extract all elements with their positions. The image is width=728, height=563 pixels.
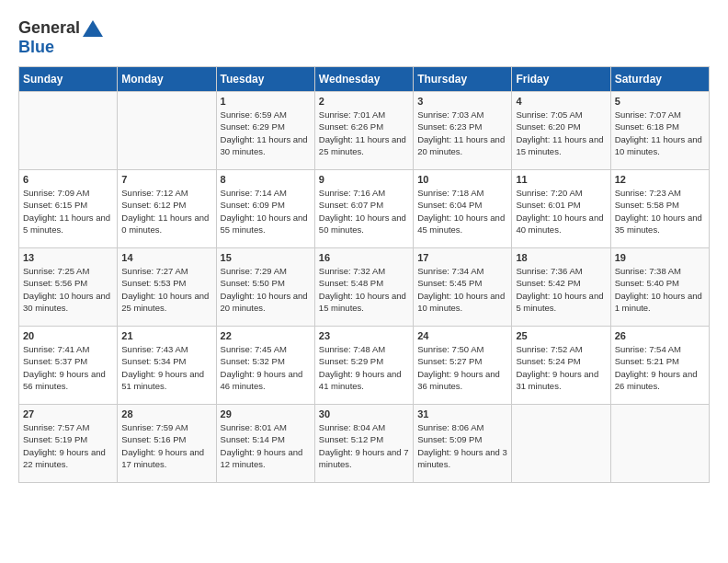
calendar-day-cell: 21Sunrise: 7:43 AM Sunset: 5:34 PM Dayli… — [118, 327, 216, 405]
calendar-day-cell: 18Sunrise: 7:36 AM Sunset: 5:42 PM Dayli… — [512, 248, 610, 327]
calendar-week-row: 20Sunrise: 7:41 AM Sunset: 5:37 PM Dayli… — [19, 327, 710, 405]
calendar-day-cell: 19Sunrise: 7:38 AM Sunset: 5:40 PM Dayli… — [610, 248, 709, 327]
calendar-day-header: Friday — [512, 67, 610, 92]
day-detail: Sunrise: 7:52 AM Sunset: 5:24 PM Dayligh… — [516, 343, 606, 392]
day-detail: Sunrise: 7:05 AM Sunset: 6:20 PM Dayligh… — [516, 109, 606, 157]
calendar-week-row: 6Sunrise: 7:09 AM Sunset: 6:15 PM Daylig… — [19, 170, 710, 248]
day-number: 16 — [319, 252, 409, 263]
day-detail: Sunrise: 7:09 AM Sunset: 6:15 PM Dayligh… — [23, 187, 113, 236]
day-detail: Sunrise: 8:04 AM Sunset: 5:12 PM Dayligh… — [319, 421, 409, 470]
day-number: 9 — [319, 174, 409, 185]
day-detail: Sunrise: 7:57 AM Sunset: 5:19 PM Dayligh… — [23, 421, 113, 470]
day-number: 10 — [417, 174, 507, 185]
day-number: 13 — [23, 252, 113, 263]
day-number: 27 — [23, 408, 113, 419]
day-number: 28 — [121, 408, 211, 419]
day-detail: Sunrise: 7:23 AM Sunset: 5:58 PM Dayligh… — [615, 187, 705, 236]
day-detail: Sunrise: 7:36 AM Sunset: 5:42 PM Dayligh… — [516, 265, 606, 314]
day-number: 24 — [417, 330, 507, 341]
calendar-day-cell: 28Sunrise: 7:59 AM Sunset: 5:16 PM Dayli… — [118, 405, 216, 483]
svg-marker-0 — [83, 20, 103, 37]
calendar-day-cell: 20Sunrise: 7:41 AM Sunset: 5:37 PM Dayli… — [19, 327, 118, 405]
calendar-day-cell: 15Sunrise: 7:29 AM Sunset: 5:50 PM Dayli… — [216, 248, 314, 327]
calendar-day-cell: 3Sunrise: 7:03 AM Sunset: 6:23 PM Daylig… — [414, 92, 512, 170]
day-detail: Sunrise: 7:54 AM Sunset: 5:21 PM Dayligh… — [615, 343, 705, 392]
day-detail: Sunrise: 7:01 AM Sunset: 6:26 PM Dayligh… — [319, 109, 409, 157]
day-number: 29 — [221, 408, 311, 419]
day-number: 12 — [615, 174, 705, 185]
day-number: 4 — [516, 96, 606, 107]
day-number: 8 — [221, 174, 311, 185]
day-number: 1 — [221, 96, 311, 107]
day-detail: Sunrise: 7:50 AM Sunset: 5:27 PM Dayligh… — [417, 343, 507, 392]
calendar-week-row: 1Sunrise: 6:59 AM Sunset: 6:29 PM Daylig… — [19, 92, 710, 170]
calendar-day-cell: 5Sunrise: 7:07 AM Sunset: 6:18 PM Daylig… — [610, 92, 709, 170]
calendar-week-row: 27Sunrise: 7:57 AM Sunset: 5:19 PM Dayli… — [19, 405, 710, 483]
day-detail: Sunrise: 7:12 AM Sunset: 6:12 PM Dayligh… — [121, 187, 211, 236]
day-number: 3 — [417, 96, 507, 107]
logo-general-text: General — [18, 18, 80, 38]
day-detail: Sunrise: 7:03 AM Sunset: 6:23 PM Dayligh… — [417, 109, 507, 157]
day-detail: Sunrise: 7:34 AM Sunset: 5:45 PM Dayligh… — [417, 265, 507, 314]
calendar-day-cell: 24Sunrise: 7:50 AM Sunset: 5:27 PM Dayli… — [414, 327, 512, 405]
day-detail: Sunrise: 7:29 AM Sunset: 5:50 PM Dayligh… — [221, 265, 311, 314]
calendar-day-cell — [512, 405, 610, 483]
calendar-day-cell: 14Sunrise: 7:27 AM Sunset: 5:53 PM Dayli… — [118, 248, 216, 327]
calendar-day-cell: 12Sunrise: 7:23 AM Sunset: 5:58 PM Dayli… — [610, 170, 709, 248]
day-number: 23 — [319, 330, 409, 341]
day-number: 26 — [615, 330, 705, 341]
day-detail: Sunrise: 7:25 AM Sunset: 5:56 PM Dayligh… — [23, 265, 113, 314]
calendar-day-cell: 23Sunrise: 7:48 AM Sunset: 5:29 PM Dayli… — [314, 327, 413, 405]
calendar-day-cell: 31Sunrise: 8:06 AM Sunset: 5:09 PM Dayli… — [414, 405, 512, 483]
day-number: 22 — [221, 330, 311, 341]
day-number: 31 — [417, 408, 507, 419]
day-detail: Sunrise: 7:16 AM Sunset: 6:07 PM Dayligh… — [319, 187, 409, 236]
calendar-day-cell: 8Sunrise: 7:14 AM Sunset: 6:09 PM Daylig… — [216, 170, 314, 248]
day-number: 18 — [516, 252, 606, 263]
calendar-day-cell: 13Sunrise: 7:25 AM Sunset: 5:56 PM Dayli… — [19, 248, 118, 327]
calendar-day-cell: 9Sunrise: 7:16 AM Sunset: 6:07 PM Daylig… — [314, 170, 413, 248]
calendar-week-row: 13Sunrise: 7:25 AM Sunset: 5:56 PM Dayli… — [19, 248, 710, 327]
day-detail: Sunrise: 7:27 AM Sunset: 5:53 PM Dayligh… — [121, 265, 211, 314]
day-number: 30 — [319, 408, 409, 419]
calendar-day-cell: 22Sunrise: 7:45 AM Sunset: 5:32 PM Dayli… — [216, 327, 314, 405]
day-number: 17 — [417, 252, 507, 263]
day-detail: Sunrise: 7:41 AM Sunset: 5:37 PM Dayligh… — [23, 343, 113, 392]
calendar-day-header: Monday — [118, 67, 216, 92]
calendar-day-cell — [19, 92, 118, 170]
day-detail: Sunrise: 7:32 AM Sunset: 5:48 PM Dayligh… — [319, 265, 409, 314]
calendar-day-cell — [118, 92, 216, 170]
calendar-table: SundayMondayTuesdayWednesdayThursdayFrid… — [18, 66, 710, 483]
day-detail: Sunrise: 7:59 AM Sunset: 5:16 PM Dayligh… — [121, 421, 211, 470]
day-detail: Sunrise: 7:14 AM Sunset: 6:09 PM Dayligh… — [221, 187, 311, 236]
day-number: 6 — [23, 174, 113, 185]
logo: General Blue — [18, 18, 103, 57]
calendar-day-cell: 26Sunrise: 7:54 AM Sunset: 5:21 PM Dayli… — [610, 327, 709, 405]
calendar-day-header: Tuesday — [216, 67, 314, 92]
day-number: 2 — [319, 96, 409, 107]
day-number: 5 — [615, 96, 705, 107]
calendar-day-cell: 17Sunrise: 7:34 AM Sunset: 5:45 PM Dayli… — [414, 248, 512, 327]
calendar-day-header: Sunday — [19, 67, 118, 92]
day-detail: Sunrise: 7:18 AM Sunset: 6:04 PM Dayligh… — [417, 187, 507, 236]
calendar-day-cell: 10Sunrise: 7:18 AM Sunset: 6:04 PM Dayli… — [414, 170, 512, 248]
calendar-day-cell: 1Sunrise: 6:59 AM Sunset: 6:29 PM Daylig… — [216, 92, 314, 170]
calendar-body: 1Sunrise: 6:59 AM Sunset: 6:29 PM Daylig… — [19, 92, 710, 483]
calendar-day-cell: 16Sunrise: 7:32 AM Sunset: 5:48 PM Dayli… — [314, 248, 413, 327]
calendar-day-cell: 27Sunrise: 7:57 AM Sunset: 5:19 PM Dayli… — [19, 405, 118, 483]
calendar-day-cell: 7Sunrise: 7:12 AM Sunset: 6:12 PM Daylig… — [118, 170, 216, 248]
day-detail: Sunrise: 7:07 AM Sunset: 6:18 PM Dayligh… — [615, 109, 705, 157]
calendar-day-cell: 25Sunrise: 7:52 AM Sunset: 5:24 PM Dayli… — [512, 327, 610, 405]
day-number: 7 — [121, 174, 211, 185]
day-detail: Sunrise: 6:59 AM Sunset: 6:29 PM Dayligh… — [221, 109, 311, 157]
calendar-day-header: Wednesday — [314, 67, 413, 92]
calendar-day-cell: 6Sunrise: 7:09 AM Sunset: 6:15 PM Daylig… — [19, 170, 118, 248]
day-detail: Sunrise: 7:20 AM Sunset: 6:01 PM Dayligh… — [516, 187, 606, 236]
day-detail: Sunrise: 7:43 AM Sunset: 5:34 PM Dayligh… — [121, 343, 211, 392]
calendar-day-cell: 29Sunrise: 8:01 AM Sunset: 5:14 PM Dayli… — [216, 405, 314, 483]
day-number: 14 — [121, 252, 211, 263]
calendar-day-cell: 4Sunrise: 7:05 AM Sunset: 6:20 PM Daylig… — [512, 92, 610, 170]
day-number: 21 — [121, 330, 211, 341]
day-number: 11 — [516, 174, 606, 185]
day-detail: Sunrise: 8:01 AM Sunset: 5:14 PM Dayligh… — [221, 421, 311, 470]
